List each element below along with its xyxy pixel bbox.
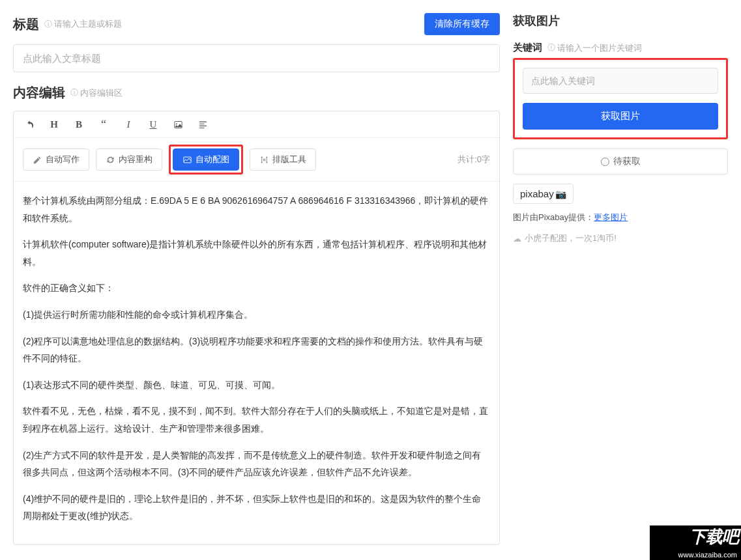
format-toolbar: H B “ I U [14, 111, 499, 138]
info-icon [70, 87, 78, 98]
content-label: 内容编辑 [13, 84, 65, 102]
cloud-icon [513, 234, 521, 244]
editor-paragraph: 整个计算机系统由两部分组成：E.69DA 5 E 6 BA 9062616964… [23, 192, 490, 227]
highlight-keyword-box: 获取图片 [513, 58, 728, 139]
pixabay-logo: pixabay 📷 [513, 184, 574, 204]
title-input[interactable] [13, 44, 500, 72]
auto-write-button[interactable]: 自动写作 [23, 148, 89, 171]
pending-status: 待获取 [513, 148, 728, 175]
watermark: 下载吧 www.xiazaiba.com [650, 525, 741, 560]
align-icon[interactable] [196, 118, 209, 131]
left-panel: 标题 请输入主题或标题 清除所有缓存 内容编辑 内容编辑区 H B “ I U [13, 13, 500, 545]
keyword-hint: 请输入一个图片关键词 [557, 42, 642, 54]
quote-icon[interactable]: “ [97, 118, 110, 131]
editor-paragraph: (4)维护不同的硬件是旧的，理论上软件是旧的，并不坏，但实际上软件也是旧的和坏的… [23, 490, 490, 525]
keyword-label: 关键词 [513, 42, 542, 54]
image-icon[interactable] [171, 118, 184, 131]
editor-paragraph: 软件看不见，无色，枯燥，看不见，摸不到，闻不到。软件大部分存在于人们的头脑或纸上… [23, 402, 490, 437]
bold-icon[interactable]: B [72, 118, 85, 131]
editor-paragraph: (1)提供运行时所需功能和性能的命令或计算机程序集合。 [23, 306, 490, 324]
editor-box: H B “ I U 自动写作 内容重构 自动配图 排版工具 共计:0字 [13, 111, 500, 545]
editor-paragraph: (2)程序可以满意地处理信息的数据结构。(3)说明程序功能要求和程序需要的文档的… [23, 333, 490, 367]
undo-icon[interactable] [23, 118, 36, 131]
editor-paragraph: 计算机软件(computer software)是指计算机系统中除硬件以外的所有… [23, 236, 490, 270]
info-icon [44, 19, 52, 30]
highlight-auto-image: 自动配图 [169, 145, 243, 175]
restructure-button[interactable]: 内容重构 [96, 148, 162, 171]
more-images-link[interactable]: 更多图片 [594, 212, 628, 222]
content-hint: 内容编辑区 [80, 87, 123, 99]
word-count: 共计:0字 [458, 154, 490, 165]
editor-content[interactable]: 整个计算机系统由两部分组成：E.69DA 5 E 6 BA 9062616964… [14, 182, 499, 544]
fetch-image-button[interactable]: 获取图片 [523, 103, 718, 130]
keyword-input[interactable] [523, 68, 718, 94]
italic-icon[interactable]: I [122, 118, 135, 131]
svg-point-1 [176, 123, 177, 124]
right-panel: 获取图片 关键词 请输入一个图片关键词 获取图片 待获取 pixabay 📷 图… [513, 13, 728, 545]
heading-icon[interactable]: H [48, 118, 61, 131]
editor-paragraph: 软件的正确含义如下： [23, 279, 490, 297]
camera-icon: 📷 [555, 189, 566, 199]
editor-paragraph: (1)表达形式不同的硬件类型、颜色、味道、可见、可摸、可闻。 [23, 376, 490, 394]
clear-cache-button[interactable]: 清除所有缓存 [424, 13, 500, 35]
editor-paragraph: (2)生产方式不同的软件是开发，是人类智能的高发挥，而不是传统意义上的硬件制造。… [23, 447, 490, 481]
info-icon [547, 42, 555, 53]
title-label: 标题 [13, 16, 39, 33]
layout-tool-button[interactable]: 排版工具 [250, 148, 316, 171]
circle-icon [601, 158, 609, 166]
footer-hint: 小虎子配图，一次1淘币! [513, 232, 728, 244]
auto-image-button[interactable]: 自动配图 [173, 148, 239, 171]
provider-text: 图片由Pixabay提供：更多图片 [513, 212, 728, 223]
underline-icon[interactable]: U [147, 118, 160, 131]
image-panel-title: 获取图片 [513, 13, 728, 29]
title-hint: 请输入主题或标题 [54, 18, 122, 30]
